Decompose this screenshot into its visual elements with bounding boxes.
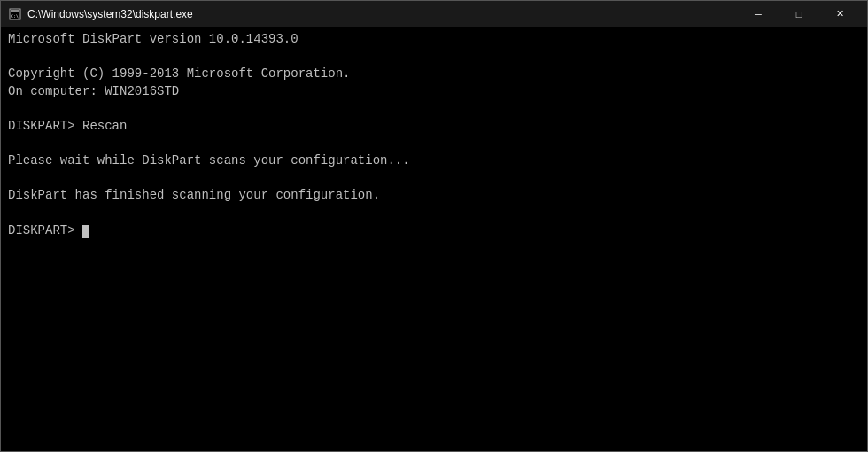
console-line [8,205,860,222]
console-output: Microsoft DiskPart version 10.0.14393.0C… [1,27,867,451]
console-line: Copyright (C) 1999-2013 Microsoft Corpor… [8,66,860,83]
svg-rect-1 [11,10,19,12]
minimize-button[interactable]: ─ [738,1,779,27]
cursor [82,225,89,238]
console-line: On computer: WIN2016STD [8,83,860,101]
app-icon: C:\ [8,7,22,21]
window-title: C:\Windows\system32\diskpart.exe [27,8,731,20]
console-line: Microsoft DiskPart version 10.0.14393.0 [8,31,860,49]
console-line: Please wait while DiskPart scans your co… [8,152,860,170]
maximize-button[interactable]: □ [779,1,819,27]
console-line: DISKPART> Rescan [8,118,860,136]
console-line [8,136,860,153]
titlebar: C:\ C:\Windows\system32\diskpart.exe ─ □… [1,1,867,27]
window-controls: ─ □ ✕ [738,1,860,27]
console-line: DISKPART> [8,222,860,240]
close-button[interactable]: ✕ [819,1,860,27]
console-line [8,100,860,118]
console-line [8,49,860,66]
svg-text:C:\: C:\ [11,13,19,19]
window: C:\ C:\Windows\system32\diskpart.exe ─ □… [0,0,868,452]
console-line [8,170,860,188]
console-line: DiskPart has finished scanning your conf… [8,187,860,205]
